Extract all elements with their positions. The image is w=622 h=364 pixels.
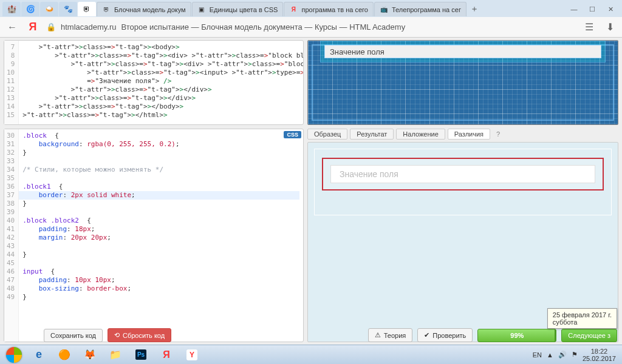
tab-diff[interactable]: Различия [448, 129, 490, 140]
tab-sample[interactable]: Образец [307, 129, 347, 140]
shield-icon: ⛨ [102, 5, 111, 14]
result-tabs: Образец Результат Наложение Различия ? [307, 129, 618, 140]
pinned-tab-2[interactable]: 🌀 [21, 2, 39, 16]
folder-icon: 📁 [109, 349, 121, 360]
pinned-tab-4[interactable]: 🐾 [59, 2, 77, 16]
check-icon: ✔ [424, 331, 429, 339]
pinned-tab-5[interactable]: ⛨ [78, 2, 96, 16]
ie-icon: e [36, 348, 42, 361]
system-tray: EN ▲ 🔊 ⚑ 18:22 25.02.2017 [533, 348, 620, 362]
shield-icon: ⛨ [83, 5, 91, 13]
html-code[interactable]: >"t-attr">>class>=>"t-tag">><body>> >"t-… [19, 41, 303, 124]
tray-clock[interactable]: 18:22 25.02.2017 [583, 348, 616, 362]
new-tab-button[interactable]: ＋ [467, 2, 482, 16]
tray-flag-icon[interactable]: ⚑ [572, 351, 578, 359]
next-button[interactable]: Следующее з [561, 329, 617, 342]
task-ie[interactable]: e [27, 346, 51, 363]
url-domain: htmlacademy.ru [61, 22, 117, 32]
tray-sound-icon[interactable]: 🔊 [558, 351, 567, 359]
preview-model: Значение поля [307, 40, 618, 125]
diff-field: Значение поля [330, 165, 595, 183]
help-button[interactable]: ? [493, 130, 504, 138]
page-icon: ▣ [197, 5, 206, 14]
ps-icon: Ps [135, 349, 146, 360]
html-gutter: 789101112131415 [4, 41, 19, 124]
css-gutter: 3031323334353637383940414243444546474849 [4, 129, 19, 342]
tab-label: Телепрограмма на сег [392, 6, 461, 13]
task-yandex-search[interactable]: Я [154, 346, 179, 363]
bottom-toolbar: Сохранить код ⟲Сбросить код ⚠Теория ✔Про… [44, 328, 617, 342]
reset-icon: ⟲ [114, 331, 120, 339]
yandex-home-button[interactable]: Я [26, 20, 40, 35]
save-button[interactable]: Сохранить код [44, 329, 103, 342]
minimize-button[interactable]: — [565, 3, 583, 15]
y-icon: Y [186, 349, 197, 360]
start-button[interactable] [2, 346, 26, 363]
plate-icon: 🍛 [45, 5, 54, 13]
date-tooltip: 25 февраля 2017 г. суббота [547, 308, 617, 329]
tab-1[interactable]: ▣Единицы цвета в CSS [192, 2, 284, 16]
tab-3[interactable]: 📺Телепрограмма на сег [374, 2, 466, 16]
task-firefox[interactable]: 🦊 [78, 346, 102, 363]
check-button[interactable]: ✔Проверить [417, 328, 473, 342]
html-editor[interactable]: 789101112131415 >"t-attr">>class>=>"t-ta… [4, 40, 304, 125]
task-chrome[interactable]: 🟠 [52, 346, 77, 363]
downloads-button[interactable]: ⬇ [603, 20, 617, 35]
maximize-button[interactable]: ☐ [583, 3, 601, 15]
tab-0[interactable]: ⛨Блочная модель докум [97, 2, 191, 16]
task-photoshop[interactable]: Ps [129, 346, 153, 363]
browser-tabs-bar: 🏰 🌀 🍛 🐾 ⛨ ⛨Блочная модель докум ▣Единицы… [0, 0, 622, 17]
tab-label: Блочная модель докум [114, 6, 186, 13]
firefox-icon: 🦊 [84, 349, 96, 360]
tab-label: программа тв на сего [301, 6, 367, 13]
castle-icon: 🏰 [7, 5, 16, 13]
progress-bar: 99% [477, 329, 556, 342]
theory-button[interactable]: ⚠Теория [368, 328, 413, 342]
back-button[interactable]: ← [5, 20, 19, 35]
yandex-icon: Я [163, 349, 170, 360]
task-explorer[interactable]: 📁 [103, 346, 128, 363]
warning-icon: ⚠ [375, 331, 381, 339]
reset-button[interactable]: ⟲Сбросить код [108, 328, 171, 342]
paw-icon: 🐾 [64, 5, 73, 13]
chrome-icon: 🟠 [58, 349, 70, 360]
css-badge: CSS [284, 131, 301, 138]
css-code[interactable]: .block { background: rgba(0, 255, 255, 0… [19, 129, 303, 342]
pinned-tab-1[interactable]: 🏰 [2, 2, 21, 16]
lock-icon: 🔒 [46, 22, 56, 32]
tab-label: Единицы цвета в CSS [210, 6, 278, 13]
tray-lang[interactable]: EN [533, 351, 542, 359]
tab-result[interactable]: Результат [350, 129, 394, 140]
css-editor[interactable]: CSS 303132333435363738394041424344454647… [4, 129, 304, 342]
taskbar: e 🟠 🦊 📁 Ps Я Y EN ▲ 🔊 ⚑ 18:22 25.02.2017 [0, 345, 622, 364]
extension-button[interactable]: ☰ [582, 20, 596, 35]
tab-2[interactable]: Япрограмма тв на сего [284, 2, 373, 16]
page-content: 789101112131415 >"t-attr">>class>=>"t-ta… [0, 38, 622, 345]
tv-icon: 📺 [380, 5, 388, 14]
close-button[interactable]: ✕ [601, 3, 620, 15]
tray-up-icon[interactable]: ▲ [547, 351, 553, 359]
task-yandex-browser[interactable]: Y [180, 346, 204, 363]
url-title: Второе испытание — Блочная модель докуме… [121, 22, 406, 32]
pinned-tab-3[interactable]: 🍛 [40, 2, 58, 16]
url-field[interactable]: 🔒 htmlacademy.ru Второе испытание — Блоч… [46, 22, 576, 32]
yandex-icon: Я [289, 5, 298, 14]
tab-overlay[interactable]: Наложение [396, 129, 445, 140]
spiral-icon: 🌀 [26, 5, 35, 13]
address-bar: ← Я 🔒 htmlacademy.ru Второе испытание — … [0, 17, 622, 38]
preview-field: Значение поля [324, 45, 601, 58]
